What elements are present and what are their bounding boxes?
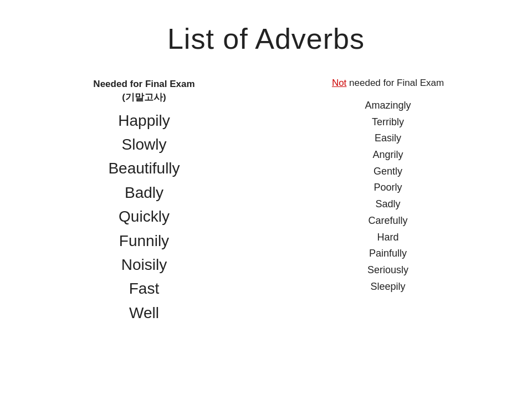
list-item: Happily — [108, 109, 180, 132]
list-item: Easily — [365, 130, 411, 147]
left-adverb-list: HappilySlowlyBeautifullyBadlyQuicklyFunn… — [108, 109, 180, 325]
list-item: Sadly — [365, 196, 411, 213]
left-column: Needed for Final Exam (기말고사) HappilySlow… — [0, 78, 266, 325]
content-row: Needed for Final Exam (기말고사) HappilySlow… — [0, 78, 532, 325]
list-item: Carefully — [365, 213, 411, 229]
list-item: Fast — [108, 277, 180, 300]
list-item: Well — [108, 301, 180, 325]
list-item: Sleepily — [365, 279, 411, 295]
list-item: Noisily — [108, 253, 180, 277]
list-item: Hard — [365, 229, 411, 246]
list-item: Painfully — [365, 245, 411, 262]
list-item: Badly — [108, 181, 180, 204]
list-item: Slowly — [108, 132, 180, 156]
list-item: Funnily — [108, 229, 180, 253]
list-item: Poorly — [365, 180, 411, 196]
list-item: Seriously — [365, 262, 411, 279]
list-item: Beautifully — [108, 156, 180, 180]
left-column-header: Needed for Final Exam (기말고사) — [93, 78, 195, 104]
not-text: Not — [332, 78, 346, 88]
right-adverb-list: AmazinglyTerriblyEasilyAngrilyGentlyPoor… — [365, 98, 411, 295]
list-item: Terribly — [365, 114, 411, 131]
list-item: Angrily — [365, 147, 411, 163]
right-column: Not needed for Final Exam AmazinglyTerri… — [266, 78, 532, 295]
right-column-header: Not needed for Final Exam — [332, 78, 444, 89]
page: List of Adverbs Needed for Final Exam (기… — [0, 0, 532, 399]
page-title: List of Adverbs — [167, 22, 365, 55]
list-item: Amazingly — [365, 98, 411, 114]
list-item: Gently — [365, 163, 411, 180]
list-item: Quickly — [108, 204, 180, 228]
